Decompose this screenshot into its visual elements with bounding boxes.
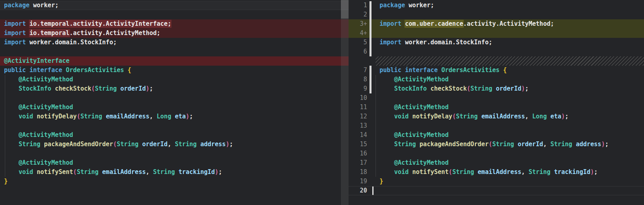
code-line[interactable]: 5import worker.domain.StockInfo;: [349, 38, 644, 47]
code-line[interactable]: @ActivityInterface: [0, 56, 349, 66]
modified-code-pane[interactable]: 1package worker;23+import com.uber.caden…: [349, 0, 644, 205]
code-token: [40, 141, 44, 148]
code-line[interactable]: 11 @ActivityMethod: [349, 103, 644, 112]
code-text: import worker.domain.StockInfo;: [367, 38, 644, 47]
code-token: checkStock: [430, 85, 466, 92]
line-number: 7: [349, 66, 367, 75]
code-token: void: [19, 113, 33, 120]
code-token: worker.domain.StockInfo;: [26, 39, 117, 46]
code-line[interactable]: import io.temporal.activity.ActivityInte…: [0, 19, 349, 29]
code-token: }: [4, 178, 8, 185]
code-token: @ActivityInterface: [4, 57, 70, 64]
code-text: @ActivityMethod: [367, 130, 644, 140]
code-line[interactable]: 4+: [349, 29, 644, 38]
code-token: ;: [190, 113, 193, 120]
indent-guide: [5, 75, 5, 177]
code-token: address: [200, 141, 226, 148]
code-token: [438, 66, 442, 74]
code-token: (: [452, 113, 456, 120]
original-code-pane[interactable]: package worker;import io.temporal.activi…: [0, 0, 349, 205]
code-line[interactable]: import io.temporal.activity.ActivityMeth…: [0, 29, 349, 38]
code-line[interactable]: 18 void notifySent(String emailAddress, …: [349, 168, 644, 177]
code-line[interactable]: 9 StockInfo checkStock(String orderId);: [349, 84, 644, 93]
code-text: @ActivityInterface: [0, 56, 349, 66]
code-line[interactable]: 16: [349, 149, 644, 158]
code-text: void notifySent(String emailAddress, Str…: [367, 168, 644, 177]
code-line[interactable]: 13: [349, 121, 644, 130]
code-token: [380, 159, 394, 166]
line-number: 20: [349, 186, 367, 195]
code-token: ,: [521, 168, 528, 176]
code-line[interactable]: import worker.domain.StockInfo;: [0, 38, 349, 47]
code-line[interactable]: [0, 121, 349, 130]
left-pane-scrollbar-thumb[interactable]: [341, 0, 349, 19]
code-token: import: [4, 39, 26, 46]
code-line[interactable]: 2: [349, 10, 644, 19]
code-token: address: [576, 141, 601, 148]
line-number: 11: [349, 103, 367, 112]
code-line[interactable]: @ActivityMethod: [0, 158, 349, 168]
code-token: worker;: [29, 2, 58, 9]
code-line[interactable]: 1package worker;: [349, 1, 644, 10]
code-token: @ActivityMethod: [19, 131, 73, 139]
code-line[interactable]: 6: [349, 47, 644, 56]
code-line[interactable]: 14 @ActivityMethod: [349, 130, 644, 140]
code-text: String packageAndSendOrder(String orderI…: [367, 140, 644, 149]
code-line[interactable]: 15 String packageAndSendOrder(String ord…: [349, 140, 644, 149]
code-line[interactable]: 19}: [349, 177, 644, 186]
code-token: String: [528, 168, 550, 176]
code-line[interactable]: 7public interface OrdersActivities {: [349, 66, 644, 75]
line-number: 18: [349, 168, 367, 177]
code-line[interactable]: 3+import com.uber.cadence.activity.Activ…: [349, 19, 644, 29]
code-token: String: [456, 113, 478, 120]
code-line[interactable]: @ActivityMethod: [0, 75, 349, 84]
code-token: [4, 159, 19, 166]
diff-editor: package worker;import io.temporal.activi…: [0, 0, 644, 205]
code-line[interactable]: package worker;: [0, 1, 349, 10]
code-token: ,: [525, 113, 532, 120]
code-line[interactable]: @ActivityMethod: [0, 103, 349, 112]
code-text: }: [367, 177, 644, 186]
line-number: 9: [349, 84, 367, 93]
code-text: @ActivityMethod: [0, 158, 349, 168]
code-line[interactable]: [0, 47, 349, 56]
code-text: @ActivityMethod: [0, 130, 349, 140]
code-line[interactable]: 17 @ActivityMethod: [349, 158, 644, 168]
code-token: import: [380, 20, 401, 27]
code-token: orderId: [518, 141, 543, 148]
code-line[interactable]: [0, 93, 349, 103]
code-token: orderId: [496, 85, 521, 92]
code-line[interactable]: StockInfo checkStock(String orderId);: [0, 84, 349, 93]
code-line[interactable]: 20: [349, 186, 644, 195]
code-line[interactable]: public interface OrdersActivities {: [0, 66, 349, 75]
code-token: [380, 113, 394, 120]
code-token: [138, 141, 142, 148]
code-line[interactable]: 10: [349, 93, 644, 103]
code-token: emailAddress: [481, 113, 525, 120]
code-line[interactable]: 12 void notifyDelay(String emailAddress,…: [349, 112, 644, 121]
code-line[interactable]: void notifyDelay(String emailAddress, Lo…: [0, 112, 349, 121]
code-line[interactable]: @ActivityMethod: [0, 130, 349, 140]
code-token: [4, 85, 19, 92]
code-line[interactable]: void notifySent(String emailAddress, Str…: [0, 168, 349, 177]
code-line[interactable]: [0, 10, 349, 19]
code-token: io.temporal.activity.ActivityInterface;: [29, 20, 171, 27]
code-token: [26, 66, 29, 74]
code-token: [124, 66, 128, 74]
code-line[interactable]: 8 @ActivityMethod: [349, 75, 644, 84]
code-token: [474, 168, 478, 176]
code-token: }: [380, 178, 383, 185]
code-line[interactable]: }: [0, 177, 349, 186]
code-token: [409, 113, 412, 120]
deleted-line-placeholder[interactable]: [349, 56, 644, 66]
line-number: 4+: [349, 29, 367, 38]
line-number: 15: [349, 140, 367, 149]
left-pane-scrollbar[interactable]: [341, 0, 349, 205]
code-line[interactable]: String packageAndSendOrder(String orderI…: [0, 140, 349, 149]
code-text: [367, 121, 644, 130]
code-token: trackingId: [179, 168, 215, 176]
code-token: [175, 168, 178, 176]
code-line[interactable]: [0, 149, 349, 158]
code-token: OrdersActivities: [66, 66, 124, 74]
code-token: checkStock: [55, 85, 91, 92]
